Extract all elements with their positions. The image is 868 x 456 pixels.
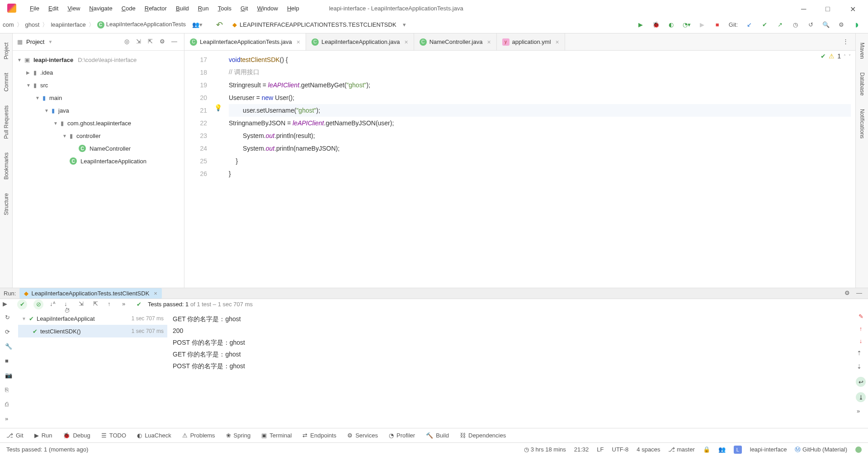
editor-tab[interactable]: CNameController.java×	[414, 33, 497, 50]
menu-window[interactable]: Window	[253, 3, 283, 14]
test-row[interactable]: ✔testClientSDK()1 sec 707 ms	[18, 325, 167, 337]
inspection-widget[interactable]: ✔ ⚠ 1 ˄ ˅	[821, 52, 851, 60]
caret-position[interactable]: 21:32	[574, 446, 589, 453]
back-arrow-icon[interactable]: ↶	[216, 20, 223, 30]
run-configuration-selector[interactable]: ◆ LEAPIINTERFACEAPPLICATIONTESTS.TESTCLI…	[227, 20, 411, 29]
rollback-icon[interactable]: ↺	[807, 21, 815, 29]
tool-git[interactable]: ⎇Git	[6, 432, 24, 439]
tool-build[interactable]: 🔨Build	[426, 432, 449, 439]
toggle-auto-icon[interactable]: ⟳	[5, 328, 13, 337]
settings-icon[interactable]: ⚙	[160, 38, 168, 46]
editor-tab[interactable]: CLeapiInterfaceApplication.java×	[306, 33, 414, 50]
tabs-more-icon[interactable]: ⋮	[843, 38, 851, 46]
menu-view[interactable]: View	[63, 3, 85, 14]
encoding[interactable]: UTF-8	[612, 446, 629, 453]
close-icon[interactable]: ×	[556, 38, 559, 46]
console-output[interactable]: GET 你的名字是：ghost200POST 你的名字是：ghostGET 你的…	[167, 309, 854, 428]
expand-icon[interactable]: ⇲	[79, 300, 87, 309]
close-icon[interactable]: ×	[487, 38, 491, 46]
tree-item[interactable]: ▼▮src	[13, 79, 184, 91]
down-arrow-icon[interactable]: ↓	[859, 337, 863, 344]
profile-icon[interactable]: ◔▾	[683, 21, 691, 29]
breadcrumb-item[interactable]: ghost	[25, 21, 40, 28]
stop-icon[interactable]: ■	[5, 357, 13, 366]
menu-file[interactable]: File	[25, 3, 44, 14]
tool-luacheck[interactable]: ◐LuaCheck	[137, 432, 171, 439]
editor-tab[interactable]: yapplication.yml×	[497, 33, 565, 50]
attach-icon[interactable]: ▶	[698, 21, 706, 29]
breadcrumb-item[interactable]: com	[3, 21, 14, 28]
tool-profiler[interactable]: ◔Profiler	[389, 432, 415, 439]
tree-item[interactable]: CLeapiInterfaceApplication	[13, 155, 184, 167]
hide-icon[interactable]: —	[171, 38, 179, 46]
settings-icon[interactable]: ⚙	[837, 21, 845, 29]
rail-bookmarks[interactable]: Bookmarks	[3, 152, 9, 180]
pass-filter-icon[interactable]: ✔	[17, 299, 27, 309]
settings-icon[interactable]: ⚙	[844, 290, 853, 298]
line-sep[interactable]: LF	[597, 446, 604, 453]
sort-dur-icon[interactable]: ↓⏱	[64, 300, 72, 309]
git-branch[interactable]: ⎇ master	[668, 446, 694, 453]
run-icon[interactable]: ▶	[637, 21, 645, 29]
tree-item[interactable]: ▶▮.idea	[13, 66, 184, 79]
maximize-icon[interactable]: □	[826, 5, 832, 11]
scroll-end-icon[interactable]: ⤓	[856, 392, 866, 402]
export-icon[interactable]: ⎘	[5, 386, 13, 394]
search-icon[interactable]: 🔍	[822, 21, 830, 29]
sort-alpha-icon[interactable]: ↓ᴬ	[50, 300, 58, 309]
lock-icon[interactable]: 🔒	[703, 446, 710, 453]
users-icon[interactable]: 👥▾	[192, 21, 203, 28]
minimize-icon[interactable]: ─	[801, 5, 807, 11]
marker-icon[interactable]: ✎	[859, 313, 863, 320]
tree-item[interactable]: ▼▮controller	[13, 129, 184, 142]
rail-pull-requests[interactable]: Pull Requests	[3, 105, 9, 139]
menu-code[interactable]: Code	[117, 3, 140, 14]
editor-tab[interactable]: CLeapiInterfaceApplicationTests.java×	[184, 33, 306, 50]
tool-dependencies[interactable]: ⛓Dependencies	[460, 432, 506, 439]
tool-run[interactable]: ▶Run	[34, 432, 52, 439]
close-icon[interactable]: ✕	[850, 5, 856, 11]
stop-icon[interactable]: ■	[713, 21, 722, 29]
status-project[interactable]: leapi-interface	[750, 446, 787, 453]
chevron-down-icon[interactable]: ▼	[48, 39, 52, 44]
breadcrumb-item[interactable]: CLeapiInterfaceApplicationTests	[97, 21, 186, 28]
test-row[interactable]: ▼✔LeapiInterfaceApplicat1 sec 707 ms	[18, 312, 167, 325]
tool-debug[interactable]: 🐞Debug	[63, 432, 90, 439]
camera-icon[interactable]: 📷	[5, 372, 13, 380]
run-tab[interactable]: ◆ LeapiInterfaceApplicationTests.testCli…	[19, 288, 161, 299]
code-editor[interactable]: 17181920212223242526 💡 void testClientSD…	[184, 51, 855, 288]
expand-all-icon[interactable]: ⇲	[136, 38, 144, 46]
menu-edit[interactable]: Edit	[44, 3, 63, 14]
menu-build[interactable]: Build	[171, 3, 193, 14]
more-icon[interactable]: »	[5, 415, 13, 423]
more-icon[interactable]: »	[857, 408, 865, 416]
code-with-me-icon[interactable]: ◗	[853, 21, 861, 29]
rail-database[interactable]: Database	[859, 72, 865, 95]
menu-help[interactable]: Help	[283, 3, 304, 14]
collapse-all-icon[interactable]: ⇱	[148, 38, 156, 46]
top-icon[interactable]: ⇡	[857, 350, 865, 358]
menu-navigate[interactable]: Navigate	[85, 3, 117, 14]
breadcrumb-item[interactable]: leapiinterface	[51, 21, 85, 28]
menu-refactor[interactable]: Refactor	[140, 3, 171, 14]
indent[interactable]: 4 spaces	[637, 446, 660, 453]
rail-notifications[interactable]: Notifications	[859, 109, 865, 138]
coverage-icon[interactable]: ◐	[667, 21, 675, 29]
tree-item[interactable]: ▼▮com.ghost.leapiinterface	[13, 117, 184, 129]
rerun-icon[interactable]: ▶	[3, 300, 11, 309]
ignore-filter-icon[interactable]: ⊘	[33, 299, 43, 309]
menu-tools[interactable]: Tools	[213, 3, 236, 14]
soft-wrap-icon[interactable]: ↩	[856, 377, 866, 387]
update-project-icon[interactable]: ↙	[745, 21, 753, 29]
project-title[interactable]: Project	[26, 38, 44, 45]
wrench-icon[interactable]: 🔧	[5, 343, 13, 351]
history-icon[interactable]: ◷	[791, 21, 799, 29]
tool-endpoints[interactable]: ⇄Endpoints	[302, 432, 336, 439]
tree-item[interactable]: ▼▮java	[13, 104, 184, 117]
tree-item[interactable]: CNameController	[13, 142, 184, 155]
tool-spring[interactable]: ❀Spring	[226, 432, 251, 439]
tool-problems[interactable]: ⚠Problems	[182, 432, 215, 439]
hide-icon[interactable]: —	[856, 290, 864, 298]
select-opened-icon[interactable]: ◎	[124, 38, 132, 46]
import-icon[interactable]: ⎙	[5, 401, 13, 409]
